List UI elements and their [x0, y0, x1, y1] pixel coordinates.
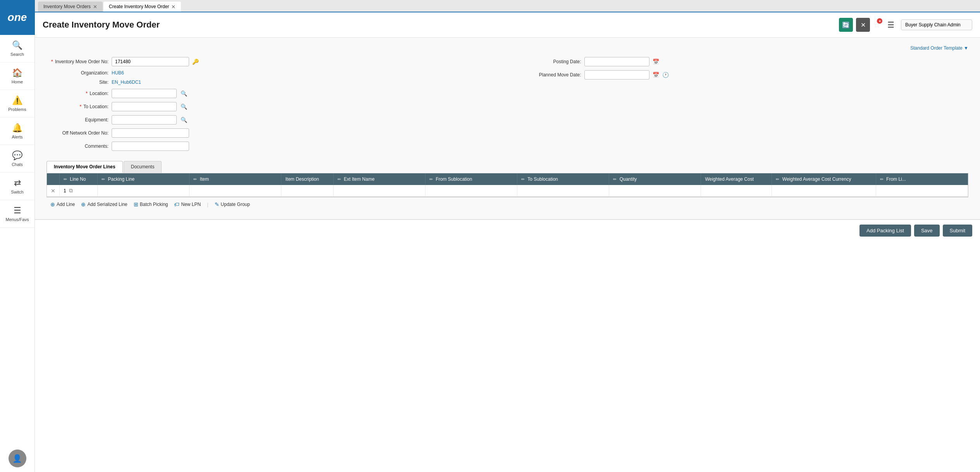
location-input[interactable] [112, 89, 177, 98]
sidebar-item-problems[interactable]: ⚠️ Problems [0, 90, 34, 118]
equipment-search-button[interactable]: 🔍 [180, 116, 188, 124]
order-no-label: * Inventory Move Order No: [47, 59, 109, 64]
form-grid: * Inventory Move Order No: 🔑 Organizatio… [47, 57, 968, 155]
update-group-action[interactable]: ✎ Update Group [215, 201, 250, 207]
sidebar-item-search[interactable]: 🔍 Search [0, 35, 34, 62]
from-sub-cell-input[interactable] [429, 188, 513, 194]
tab-create-label: Create Inventory Move Order [109, 4, 169, 9]
problems-icon: ⚠️ [12, 95, 22, 105]
sidebar-item-alerts[interactable]: 🔔 Alerts [0, 118, 34, 145]
col-header-line-no: ✏ Line No [60, 173, 98, 185]
planned-date-calendar-button[interactable]: 📅 [653, 72, 659, 78]
row-ext-item-name[interactable] [333, 185, 425, 197]
add-serialized-line-action[interactable]: ⊕ Add Serialized Line [81, 201, 127, 207]
main-area: Inventory Move Orders ✕ Create Inventory… [35, 0, 980, 472]
ext-item-cell-input[interactable] [338, 188, 421, 194]
to-sub-cell-input[interactable] [521, 188, 605, 194]
from-li-cell-input[interactable] [880, 188, 964, 194]
tab-close-inventory[interactable]: ✕ [93, 4, 97, 9]
batch-picking-icon: ⊞ [134, 201, 138, 207]
comments-label: Comments: [47, 144, 109, 149]
comments-input[interactable] [112, 142, 189, 151]
wac-currency-cell-input[interactable] [776, 188, 871, 194]
star-badge-count: ★ [877, 18, 882, 24]
form-row-to-location: * To Location: 🔍 [47, 102, 496, 111]
sidebar-item-switch[interactable]: ⇄ Switch [0, 173, 34, 200]
form-right-column: Posting Date: 📅 Planned Move Date: 📅 🕐 [519, 57, 969, 155]
row-from-sublocation[interactable] [425, 185, 517, 197]
row-to-sublocation[interactable] [517, 185, 609, 197]
col-header-to-sublocation: ✏ To Sublocation [517, 173, 609, 185]
switch-icon: ⇄ [14, 178, 21, 188]
order-no-input[interactable] [112, 57, 189, 66]
table-scroll-area[interactable]: ✏ Line No ✏ Packing Line ✏ Item [47, 173, 968, 197]
search-icon: 🔍 [12, 40, 22, 50]
item-cell-input[interactable] [193, 188, 277, 194]
row-weighted-avg-cost [701, 185, 772, 197]
row-delete-button[interactable]: ✕ [51, 188, 55, 194]
refresh-button[interactable]: 🔄 [839, 18, 853, 32]
favorites-star[interactable]: ☆ ★ [873, 20, 881, 30]
site-value: EN_Hub6DC1 [112, 80, 141, 85]
planned-date-input[interactable] [584, 70, 649, 80]
from-li-edit-icon: ✏ [880, 177, 884, 182]
add-line-action[interactable]: ⊕ Add Line [50, 201, 75, 207]
tab-documents[interactable]: Documents [124, 161, 162, 173]
row-quantity[interactable] [609, 185, 701, 197]
row-delete-cell: ✕ [47, 185, 60, 197]
save-button[interactable]: Save [914, 225, 940, 237]
row-item[interactable] [189, 185, 281, 197]
add-line-icon: ⊕ [50, 201, 55, 207]
sidebar-bottom: 👤 [0, 445, 34, 472]
sidebar-item-chats[interactable]: 💬 Chats [0, 145, 34, 173]
planned-date-time-button[interactable]: 🕐 [662, 72, 669, 78]
tab-inventory-move-orders[interactable]: Inventory Move Orders ✕ [38, 2, 103, 12]
row-packing-line[interactable] [98, 185, 189, 197]
chats-icon: 💬 [12, 150, 22, 161]
update-group-icon: ✎ [215, 201, 219, 207]
tab-close-create[interactable]: ✕ [171, 4, 176, 9]
tab-lines[interactable]: Inventory Move Order Lines [47, 161, 123, 173]
location-search-button[interactable]: 🔍 [180, 90, 188, 97]
sidebar-item-home[interactable]: 🏠 Home [0, 62, 34, 90]
form-row-site: Site: EN_Hub6DC1 [47, 80, 496, 85]
col-header-item-description: Item Description [281, 173, 333, 185]
posting-date-input[interactable] [584, 57, 649, 66]
posting-date-calendar-button[interactable]: 📅 [653, 59, 659, 65]
user-avatar[interactable]: 👤 [9, 450, 26, 467]
row-item-description [281, 185, 333, 197]
cancel-button[interactable]: ✕ [856, 18, 870, 32]
to-location-search-button[interactable]: 🔍 [180, 103, 188, 111]
row-from-li[interactable] [876, 185, 968, 197]
planned-date-label: Planned Move Date: [519, 72, 581, 78]
form-row-order-no: * Inventory Move Order No: 🔑 [47, 57, 496, 66]
off-network-label: Off Network Order No: [47, 130, 109, 136]
col-header-ext-item-name: ✏ Ext Item Name [333, 173, 425, 185]
new-lpn-action[interactable]: 🏷 New LPN [174, 201, 201, 207]
add-serialized-icon: ⊕ [81, 201, 86, 207]
home-icon: 🏠 [12, 68, 22, 78]
quantity-cell-input[interactable] [613, 188, 697, 194]
submit-button[interactable]: Submit [943, 225, 972, 237]
lines-table-wrapper: ✏ Line No ✏ Packing Line ✏ Item [47, 173, 968, 197]
lines-table: ✏ Line No ✏ Packing Line ✏ Item [47, 173, 968, 197]
row-wac-currency[interactable] [772, 185, 876, 197]
key-button[interactable]: 🔑 [192, 59, 199, 65]
equipment-input[interactable] [112, 115, 177, 124]
row-copy-button[interactable]: ⧉ [69, 187, 73, 194]
user-role-select[interactable]: Buyer Supply Chain AdminAdminManager [901, 19, 972, 30]
batch-picking-action[interactable]: ⊞ Batch Picking [134, 201, 168, 207]
template-link[interactable]: Standard Order Template ▼ [47, 45, 968, 51]
packing-line-cell-input[interactable] [102, 188, 185, 194]
sidebar-item-menus[interactable]: ☰ Menus/Favs [0, 200, 34, 228]
off-network-input[interactable] [112, 128, 189, 138]
tab-create-inventory-move-order[interactable]: Create Inventory Move Order ✕ [103, 2, 181, 12]
add-packing-list-button[interactable]: Add Packing List [859, 225, 911, 237]
menu-button[interactable]: ☰ [884, 18, 898, 32]
to-location-input[interactable] [112, 102, 177, 111]
app-logo[interactable]: one [0, 0, 35, 35]
form-row-comments: Comments: [47, 142, 496, 151]
form-row-organization: Organization: HUB6 [47, 70, 496, 76]
wac-currency-edit-icon: ✏ [776, 177, 779, 182]
item-edit-icon: ✏ [193, 177, 197, 182]
